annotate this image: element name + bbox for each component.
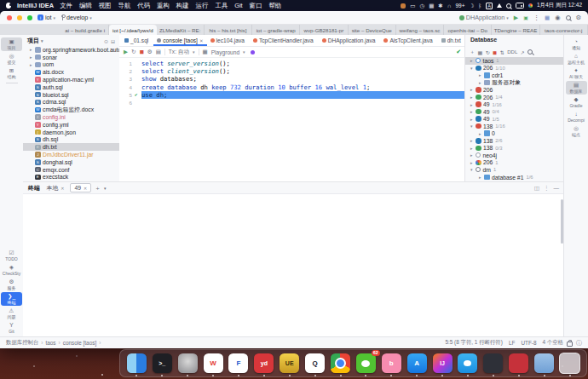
database-tree-item[interactable]: ▸ 49 1/5 <box>465 115 565 123</box>
tx-mode-selector[interactable]: Tx: 自动 <box>169 49 189 56</box>
tool-stripe-button[interactable]: ◈ CheckSty <box>1 263 22 277</box>
tool-stripe-button[interactable]: ◆ Gradle <box>566 95 587 109</box>
close-window-button[interactable] <box>7 15 12 20</box>
project-tree-item[interactable]: W ais.docx <box>23 68 119 76</box>
rerun-icon[interactable]: ↻ <box>131 49 135 55</box>
wecom-icon[interactable] <box>457 353 478 374</box>
project-tree-item[interactable]: Y application-mac.yml <box>23 76 119 83</box>
more-actions-button[interactable]: ⋮ <box>533 14 539 21</box>
qq-icon[interactable]: Q <box>304 353 326 374</box>
gray-app-icon[interactable] <box>177 353 199 374</box>
menu-item[interactable]: 代码 <box>137 2 150 10</box>
refresh-icon[interactable]: ↻ <box>486 49 490 55</box>
tool-stripe-button[interactable]: ❯_ 终端 <box>1 292 22 306</box>
code-line[interactable]: 4 create database dh keep 732 duration 1… <box>119 83 464 91</box>
display-icon[interactable]: ▭ <box>410 3 415 9</box>
menu-item[interactable]: 窗口 <box>250 2 262 10</box>
database-tree-item[interactable]: ▸ 206 1/4 <box>465 94 565 101</box>
tool-stripe-button[interactable]: ◎ 提交 <box>1 52 22 66</box>
app-menu[interactable]: IntelliJ IDEA <box>17 2 54 9</box>
new-terminal-button[interactable]: ＋ <box>95 184 101 192</box>
editor-tab[interactable]: TcpClientHandler.java <box>250 35 319 46</box>
execute-button[interactable]: ▶ <box>124 49 128 55</box>
chevron-down-icon[interactable]: ▾ <box>104 186 107 191</box>
control-center-icon[interactable] <box>516 3 524 9</box>
sql-editor[interactable]: 1 select server_version(); 2 select clie… <box>119 58 464 106</box>
code-line[interactable]: 1 select server_version(); <box>119 60 464 67</box>
database-tree-item[interactable]: ▾ 206 1/10 <box>465 65 565 72</box>
database-tree-item[interactable]: ▸ 138 0/3 <box>465 145 565 152</box>
project-tree-item[interactable]: { daemon.json <box>23 129 119 136</box>
database-tree-item[interactable]: ▸ 206 1 <box>465 159 565 167</box>
collapse-all-icon[interactable]: ⊟ <box>111 38 115 44</box>
run-button[interactable]: ▶ <box>514 14 518 21</box>
docs-icon[interactable]: F <box>228 353 249 374</box>
youdao-icon[interactable]: yd <box>253 353 274 374</box>
clock-icon[interactable]: ◷ <box>420 3 425 9</box>
terminal-tab[interactable]: 本地 ✕ <box>43 183 68 192</box>
breadcrumb-item[interactable]: 数据库控制台› <box>6 339 43 347</box>
project-tree-item[interactable]: J DmJdbcDriver11.jar <box>23 151 119 158</box>
tool-stripe-button[interactable]: ☑ TODO <box>1 249 22 262</box>
project-tree-item[interactable]: S dh.sql <box>23 136 119 144</box>
project-selector[interactable]: i iot ▾ <box>37 14 55 21</box>
appstore-icon[interactable]: A <box>406 353 428 374</box>
meeting-icon[interactable]: ✱ <box>438 3 442 9</box>
status-dot-icon[interactable] <box>528 3 533 8</box>
project-tree-item[interactable]: ▸ sonar <box>23 54 119 61</box>
close-tab-icon[interactable]: ✕ <box>84 186 87 191</box>
close-tab-icon[interactable]: ✕ <box>199 38 204 43</box>
menu-item[interactable]: 帮助 <box>268 2 281 10</box>
status-widget[interactable]: UTF-8 <box>521 340 536 346</box>
dark-app-icon[interactable] <box>482 353 504 374</box>
editor-tab[interactable]: _01.sql <box>121 35 153 46</box>
project-tree-item[interactable]: S donghai.sql <box>23 158 119 166</box>
editor-tab[interactable]: dh.txt <box>438 35 466 46</box>
trash-icon[interactable] <box>559 353 580 374</box>
music-app-icon[interactable] <box>508 353 529 374</box>
database-tree-item[interactable]: ▸ 49 0/4 <box>465 108 565 116</box>
database-tree-item[interactable]: ▸ 49 1/16 <box>465 100 565 108</box>
info-icon[interactable]: ⓘ <box>576 339 582 347</box>
folder-icon[interactable] <box>533 353 555 374</box>
locate-file-icon[interactable]: ⊙ <box>104 38 108 44</box>
output-icon[interactable]: ▤ <box>156 49 161 55</box>
code-line[interactable]: 5 ✔ use dh; <box>119 91 464 99</box>
menubar-datetime[interactable]: 1月4日 周日 12:42 <box>537 2 582 9</box>
menu-item[interactable]: 文件 <box>60 2 72 10</box>
project-tree-item[interactable]: S auth.sql <box>23 83 119 91</box>
menu-item[interactable]: 运行 <box>196 2 209 10</box>
input-source-icon[interactable]: A <box>486 3 493 9</box>
editor-tab[interactable]: lec104.java <box>207 35 250 46</box>
tool-stripe-button[interactable]: ◎ 端点 <box>566 124 587 138</box>
stop-icon[interactable]: ◼ <box>493 49 497 55</box>
lock-icon[interactable] <box>567 342 573 347</box>
ddl-button[interactable]: DDL <box>507 49 517 55</box>
project-tree-item[interactable]: Y config.yml <box>23 121 119 129</box>
new-datasource-icon[interactable]: ＋ <box>470 49 475 56</box>
project-tree-item[interactable]: S blueiot.sql <box>23 91 119 99</box>
tool-stripe-button[interactable]: ⚠ 问题 <box>1 307 22 320</box>
database-tree-item[interactable]: ▸ database #1 1/6 <box>465 174 565 181</box>
database-tree-item[interactable]: ▸ 138 2/6 <box>465 137 565 145</box>
status-widget[interactable]: 5:5 (8 字符, 1 行断行符) <box>445 339 502 347</box>
plugin-icon[interactable]: ▦ <box>545 14 550 21</box>
grid-icon[interactable]: ▦ <box>429 3 434 9</box>
zoom-window-button[interactable] <box>27 15 32 20</box>
search-icon[interactable] <box>527 49 533 55</box>
close-tab-icon[interactable]: ✕ <box>61 186 64 191</box>
project-tree-item[interactable]: I config.ini <box>23 113 119 121</box>
tool-stripe-button[interactable]: Y Git <box>1 321 22 335</box>
hide-panel-icon[interactable]: — <box>554 185 560 192</box>
database-tree-item[interactable]: ▸ 服务器对象 <box>465 79 565 87</box>
menu-item[interactable]: 构建 <box>176 2 189 10</box>
editor-tab[interactable]: DHApplication.java <box>319 35 381 46</box>
breadcrumb-item[interactable]: console [taos]› <box>63 340 101 346</box>
tool-stripe-button[interactable]: ✦ AI 聊天 <box>566 66 587 80</box>
spotlight-search-icon[interactable] <box>506 3 511 9</box>
debug-button[interactable]: ▣ <box>523 14 528 20</box>
tool-stripe-button[interactable]: ⚙ 服务 <box>1 278 22 291</box>
apple-menu-icon[interactable] <box>6 3 11 9</box>
menu-item[interactable]: 导航 <box>118 2 130 10</box>
database-tree-item[interactable]: ▾ 138 1/16 <box>465 123 565 130</box>
